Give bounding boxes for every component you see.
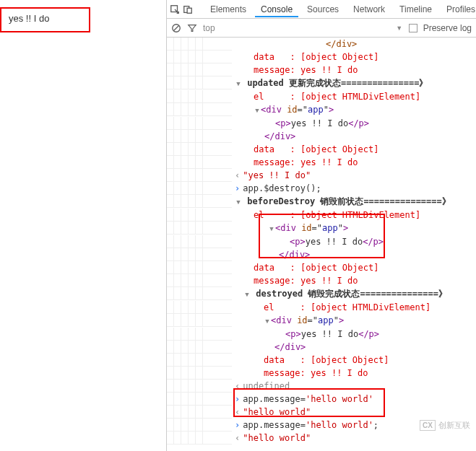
watermark-text: 创新互联 bbox=[438, 420, 470, 431]
log-line: message: yes !! I do bbox=[232, 156, 476, 169]
log-line: </div> bbox=[232, 130, 476, 143]
log-line: message: yes !! I do bbox=[232, 367, 476, 380]
tab-timeline[interactable]: Timeline bbox=[394, 1, 438, 17]
watermark-logo: CX bbox=[420, 420, 436, 431]
log-line: <p>yes !! I do</p> bbox=[232, 235, 476, 248]
console-subbar: top Preserve log bbox=[167, 19, 476, 38]
log-dom-node[interactable]: <div id="app"> bbox=[232, 222, 476, 235]
input-prompt-icon bbox=[235, 394, 243, 404]
tab-sources[interactable]: Sources bbox=[301, 1, 345, 17]
disclosure-triangle-icon[interactable] bbox=[264, 314, 271, 328]
preserve-log-checkbox[interactable] bbox=[409, 24, 417, 32]
log-line: </div> bbox=[232, 341, 476, 354]
log-line: el : [object HTMLDivElement] bbox=[232, 209, 476, 222]
log-line: </div> bbox=[232, 248, 476, 261]
output-prompt-icon bbox=[235, 433, 243, 443]
log-line: data : [object Object] bbox=[232, 143, 476, 156]
log-dom-node[interactable]: <div id="app"> bbox=[232, 103, 476, 117]
log-group-updated[interactable]: updated 更新完成状态===============》 bbox=[232, 76, 476, 90]
log-line: message: yes !! I do bbox=[232, 274, 476, 287]
disclosure-triangle-icon[interactable] bbox=[254, 103, 261, 117]
clear-console-icon[interactable] bbox=[171, 23, 181, 33]
preserve-log-label: Preserve log bbox=[423, 23, 472, 33]
log-line: </div> bbox=[232, 38, 476, 51]
filter-icon[interactable] bbox=[187, 23, 197, 33]
tab-elements[interactable]: Elements bbox=[204, 1, 252, 17]
log-line: <p>yes !! I do</p> bbox=[232, 117, 476, 130]
tab-profiles[interactable]: Profiles bbox=[441, 1, 476, 17]
disclosure-triangle-icon[interactable] bbox=[268, 222, 275, 235]
disclosure-triangle-icon[interactable] bbox=[243, 287, 251, 301]
log-group-beforedestroy[interactable]: beforeDestroy 销毁前状态===============》 bbox=[232, 195, 476, 209]
inspect-element-icon[interactable] bbox=[170, 4, 180, 14]
log-line: el : [object HTMLDivElement] bbox=[232, 301, 476, 314]
repl-output: "hello world" bbox=[232, 432, 476, 445]
disclosure-triangle-icon[interactable] bbox=[235, 195, 242, 209]
app-output-box: yes !! I do bbox=[0, 7, 90, 32]
log-line: message: yes !! I do bbox=[232, 64, 476, 76]
input-prompt-icon bbox=[235, 420, 243, 430]
svg-line-4 bbox=[174, 25, 179, 30]
log-line: data : [object Object] bbox=[232, 354, 476, 367]
app-output-text: yes !! I do bbox=[9, 13, 49, 24]
log-dom-node[interactable]: <div id="app"> bbox=[232, 314, 476, 328]
log-line: data : [object Object] bbox=[232, 261, 476, 274]
disclosure-triangle-icon[interactable] bbox=[235, 76, 242, 90]
context-selector[interactable]: top bbox=[203, 23, 215, 33]
log-group-destroyed[interactable]: destroyed 销毁完成状态===============》 bbox=[232, 287, 476, 301]
repl-input[interactable]: app.message='hello world' bbox=[232, 393, 476, 406]
repl-output: undefined bbox=[232, 380, 476, 393]
repl-output: "yes !! I do" bbox=[232, 169, 476, 182]
log-line: <p>yes !! I do</p> bbox=[232, 328, 476, 341]
tab-console[interactable]: Console bbox=[255, 1, 298, 17]
log-line: el : [object HTMLDivElement] bbox=[232, 90, 476, 103]
watermark: CX 创新互联 bbox=[420, 420, 470, 431]
tab-network[interactable]: Network bbox=[347, 1, 391, 17]
output-prompt-icon bbox=[235, 407, 243, 417]
repl-output: "hello world" bbox=[232, 406, 476, 419]
devtools-toolbar: Elements Console Sources Network Timelin… bbox=[167, 0, 476, 19]
output-prompt-icon bbox=[235, 381, 243, 391]
dropdown-icon[interactable] bbox=[396, 25, 403, 32]
device-mode-icon[interactable] bbox=[183, 4, 193, 14]
log-line: data : [object Object] bbox=[232, 51, 476, 64]
output-prompt-icon bbox=[235, 170, 243, 180]
input-prompt-icon bbox=[235, 183, 243, 193]
console-output[interactable]: </div> data : [object Object] message: y… bbox=[167, 38, 476, 451]
svg-rect-2 bbox=[187, 8, 191, 13]
devtools-panel: Elements Console Sources Network Timelin… bbox=[166, 0, 476, 451]
repl-input[interactable]: app.$destroy(); bbox=[232, 182, 476, 195]
